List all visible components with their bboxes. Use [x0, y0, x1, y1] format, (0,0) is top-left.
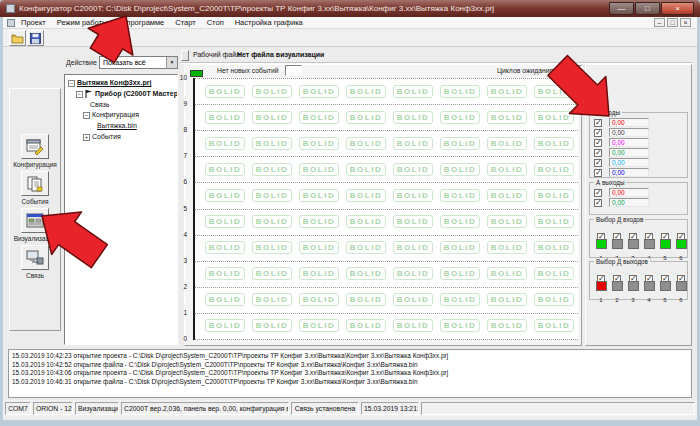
channel-number: 6 — [679, 297, 682, 303]
y-tick-label: 4 — [168, 231, 187, 238]
bolid-watermark: BOLID — [299, 267, 339, 280]
checkbox[interactable]: ✓ — [594, 129, 602, 137]
workfile-value: Нет файла визуализации — [237, 51, 324, 58]
mdi-close-button[interactable]: × — [680, 18, 691, 27]
tree-item-link[interactable]: Связь — [90, 101, 109, 111]
bolid-watermark: BOLID — [299, 137, 339, 150]
value-field: 0,00 — [609, 158, 649, 167]
checkbox[interactable]: ✓ — [594, 159, 602, 167]
status-led — [190, 70, 203, 77]
bolid-watermark: BOLID — [534, 163, 574, 176]
checkbox[interactable]: ✓ — [594, 119, 602, 127]
checkbox[interactable]: ✓ — [594, 199, 602, 207]
gridline — [195, 209, 578, 210]
plot-area: BOLIDBOLIDBOLIDBOLIDBOLIDBOLIDBOLIDBOLID… — [193, 78, 578, 340]
bolid-watermark: BOLID — [393, 293, 433, 306]
chevron-down-icon[interactable]: ▼ — [166, 57, 177, 68]
digital-outputs-group: Выбор Д выходов ✓✓✓✓✓✓123456 — [589, 261, 688, 300]
checkbox[interactable]: ✓ — [594, 169, 602, 177]
expand-icon[interactable]: + — [83, 134, 90, 141]
bolid-watermark: BOLID — [440, 267, 480, 280]
gridline — [195, 261, 578, 262]
analog-outputs-rows: ✓0,00✓0,00 — [590, 188, 687, 208]
tree-item-device[interactable]: −Прибор (C2000T Мастер) — [76, 90, 178, 100]
tree-filter-value: Показать всё — [100, 57, 166, 68]
tree-item-project[interactable]: −Вытяжка Конф3хх.prj — [68, 79, 151, 89]
collapse-icon[interactable]: − — [68, 80, 75, 87]
bolid-watermark: BOLID — [440, 241, 480, 254]
bolid-watermark: BOLID — [393, 215, 433, 228]
checkbox[interactable]: ✓ — [594, 139, 602, 147]
link-icon — [25, 249, 45, 267]
checkbox[interactable]: ✓ — [594, 189, 602, 197]
menu-item-mode[interactable]: Режим работы — [57, 18, 108, 27]
no-events-label: Нет новых событий — [217, 67, 279, 74]
open-project-button[interactable] — [9, 30, 26, 46]
gridline — [195, 156, 578, 157]
bolid-watermark: BOLID — [299, 111, 339, 124]
tree-item-configuration[interactable]: −Конфигурация — [83, 111, 139, 121]
link-button[interactable] — [21, 245, 49, 270]
bolid-watermark: BOLID — [205, 241, 245, 254]
save-button[interactable] — [27, 30, 44, 46]
window-maximize-button[interactable]: □ — [635, 2, 660, 15]
bolid-watermark: BOLID — [487, 85, 527, 98]
gridline — [195, 313, 578, 314]
configuration-button[interactable] — [21, 134, 49, 159]
status-orion: ORION - 127 — [33, 402, 73, 415]
bolid-watermark: BOLID — [534, 189, 574, 202]
window-frame-bottom — [0, 420, 700, 426]
analog-inputs-group: А входы ✓0,00✓0,00✓0,00✓0,00✓0,00✓0,00 — [589, 112, 688, 178]
bolid-watermark: BOLID — [534, 267, 574, 280]
menu-item-stop[interactable]: Стоп — [207, 18, 224, 27]
channel-number: 3 — [631, 297, 634, 303]
bolid-watermark: BOLID — [252, 111, 292, 124]
bolid-watermark: BOLID — [440, 137, 480, 150]
mdi-child-icon — [7, 19, 15, 27]
window-minimize-button[interactable]: — — [609, 2, 634, 15]
status-datetime: 15.03.2019 13:21:22 — [361, 402, 419, 415]
tree-item-bin-file[interactable]: Вытяжка.bin — [97, 122, 137, 132]
collapse-icon[interactable]: − — [83, 112, 90, 119]
menu-item-start[interactable]: Старт — [175, 18, 195, 27]
value-field: 0,00 — [609, 198, 649, 207]
value-field: 0,00 — [609, 168, 649, 177]
checkbox[interactable]: ✓ — [594, 149, 602, 157]
bolid-watermark: BOLID — [299, 319, 339, 332]
channel-number: 5 — [663, 297, 666, 303]
tree-item-events[interactable]: +События — [83, 133, 121, 143]
collapse-icon[interactable]: − — [76, 91, 83, 98]
analog-outputs-title: А выходы — [594, 179, 626, 186]
menu-item-about[interactable]: О программе — [118, 18, 164, 27]
configuration-button-label: Конфигурация — [9, 161, 61, 168]
bolid-watermark: BOLID — [346, 137, 386, 150]
analog-inputs-rows: ✓0,00✓0,00✓0,00✓0,00✓0,00✓0,00 — [590, 118, 687, 178]
analog-inputs-title: А входы — [594, 109, 622, 116]
bolid-watermark: BOLID — [346, 293, 386, 306]
channel-number: 4 — [647, 297, 650, 303]
status-versions: C2000T вер.2,036, панель вер. 0,00, конф… — [121, 402, 289, 415]
visualization-button[interactable] — [21, 208, 49, 233]
digital-inputs-group: Выбор Д входов ✓✓✓✓✓✓123456 — [589, 219, 688, 258]
workfile-small-button[interactable] — [181, 50, 189, 61]
menu-bar: Проект Режим работы О программе Старт Ст… — [3, 17, 697, 29]
y-tick-label: 1 — [168, 309, 187, 316]
y-tick-label: 5 — [168, 205, 187, 212]
tree-filter-dropdown[interactable]: Показать всё ▼ — [99, 56, 178, 69]
menu-item-project[interactable]: Проект — [21, 18, 46, 27]
events-icon — [25, 175, 45, 193]
events-button[interactable] — [21, 171, 49, 196]
mdi-restore-button[interactable]: □ — [667, 18, 678, 27]
gridline — [195, 182, 578, 183]
menu-item-graph-settings[interactable]: Настройка графика — [235, 18, 303, 27]
wait-cycles-value: 0 — [561, 65, 582, 76]
configuration-icon — [25, 138, 45, 156]
bolid-watermark: BOLID — [252, 163, 292, 176]
y-tick-label: 6 — [168, 178, 187, 185]
value-field: 0,00 — [609, 138, 649, 147]
bolid-watermark: BOLID — [534, 241, 574, 254]
bolid-watermark: BOLID — [534, 137, 574, 150]
value-field: 0,00 — [609, 128, 649, 137]
mdi-minimize-button[interactable]: – — [654, 18, 665, 27]
window-close-button[interactable]: × — [661, 2, 694, 15]
